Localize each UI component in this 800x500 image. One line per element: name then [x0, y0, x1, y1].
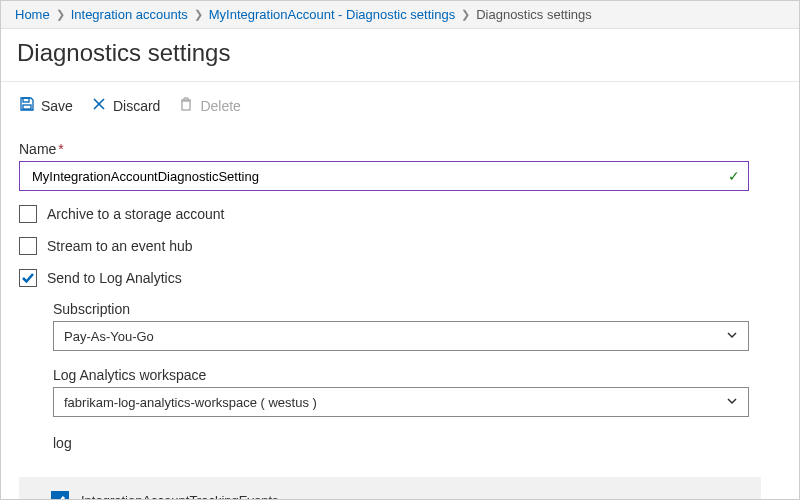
- breadcrumb-home[interactable]: Home: [15, 7, 50, 22]
- workspace-value: fabrikam-log-analytics-workspace ( westu…: [64, 395, 317, 410]
- archive-label: Archive to a storage account: [47, 206, 224, 222]
- discard-icon: [91, 96, 107, 115]
- chevron-right-icon: ❯: [461, 8, 470, 21]
- stream-checkbox[interactable]: [19, 237, 37, 255]
- chevron-right-icon: ❯: [56, 8, 65, 21]
- discard-button[interactable]: Discard: [91, 96, 160, 115]
- save-button[interactable]: Save: [19, 96, 73, 115]
- subscription-label: Subscription: [53, 301, 781, 317]
- svg-rect-4: [182, 101, 190, 110]
- breadcrumb-my-integration-account[interactable]: MyIntegrationAccount - Diagnostic settin…: [209, 7, 455, 22]
- send-log-analytics-label: Send to Log Analytics: [47, 270, 182, 286]
- name-input-wrapper: ✓: [19, 161, 749, 191]
- svg-rect-0: [23, 98, 29, 102]
- log-category-row: IntegrationAccountTrackingEvents: [19, 477, 761, 500]
- chevron-down-icon: [726, 395, 738, 410]
- delete-icon: [178, 96, 194, 115]
- subscription-value: Pay-As-You-Go: [64, 329, 154, 344]
- delete-button: Delete: [178, 96, 240, 115]
- delete-label: Delete: [200, 98, 240, 114]
- name-input[interactable]: [30, 168, 720, 185]
- save-icon: [19, 96, 35, 115]
- log-category-label: IntegrationAccountTrackingEvents: [81, 493, 279, 501]
- workspace-label: Log Analytics workspace: [53, 367, 781, 383]
- svg-rect-1: [23, 105, 31, 109]
- discard-label: Discard: [113, 98, 160, 114]
- send-log-analytics-checkbox[interactable]: [19, 269, 37, 287]
- required-indicator: *: [58, 141, 63, 157]
- workspace-select[interactable]: fabrikam-log-analytics-workspace ( westu…: [53, 387, 749, 417]
- toolbar: Save Discard Delete: [1, 82, 799, 127]
- page-title: Diagnostics settings: [1, 29, 799, 69]
- breadcrumb-current: Diagnostics settings: [476, 7, 592, 22]
- subscription-select[interactable]: Pay-As-You-Go: [53, 321, 749, 351]
- valid-check-icon: ✓: [728, 168, 740, 184]
- chevron-down-icon: [726, 329, 738, 344]
- log-category-checkbox[interactable]: [51, 491, 69, 500]
- breadcrumb: Home ❯ Integration accounts ❯ MyIntegrat…: [1, 1, 799, 29]
- name-label: Name*: [19, 141, 781, 157]
- chevron-right-icon: ❯: [194, 8, 203, 21]
- archive-checkbox[interactable]: [19, 205, 37, 223]
- log-section-label: log: [53, 435, 781, 451]
- stream-label: Stream to an event hub: [47, 238, 193, 254]
- save-label: Save: [41, 98, 73, 114]
- breadcrumb-integration-accounts[interactable]: Integration accounts: [71, 7, 188, 22]
